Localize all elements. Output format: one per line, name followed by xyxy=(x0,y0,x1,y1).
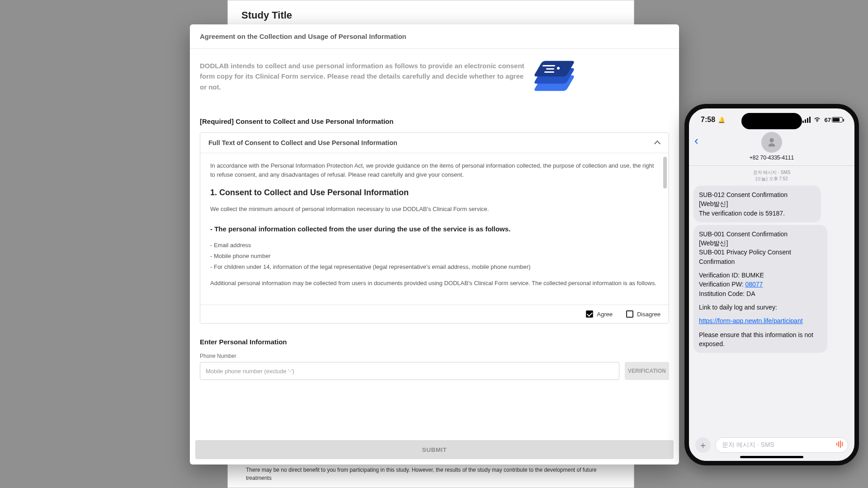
list-item: - Mobile phone number xyxy=(210,252,659,261)
consent-modal: Agreement on the Collection and Usage of… xyxy=(190,24,679,465)
voice-memo-icon[interactable] xyxy=(836,440,844,450)
compose-placeholder: 문자 메시지 · SMS xyxy=(722,441,774,449)
accordion-toggle[interactable]: Full Text of Consent to Collect and Use … xyxy=(200,133,669,153)
benefits-text: There may be no direct benefit to you fr… xyxy=(246,466,616,482)
list-item: - Email address xyxy=(210,241,659,250)
phone-mockup: 7:58 🔔 67 ‹ +82 70-4335-4111 문자 메시지 · SM… xyxy=(684,104,859,465)
phone-input[interactable] xyxy=(200,362,619,380)
scrollbar[interactable] xyxy=(663,157,667,301)
svg-rect-0 xyxy=(836,443,837,446)
back-button[interactable]: ‹ xyxy=(694,134,698,148)
svg-rect-1 xyxy=(838,441,839,447)
svg-rect-2 xyxy=(840,441,841,448)
submit-button[interactable]: SUBMIT xyxy=(195,440,674,459)
verification-button[interactable]: VERIFICATION xyxy=(625,362,669,380)
messages-nav: ‹ +82 70-4335-4111 xyxy=(689,131,854,166)
wifi-icon xyxy=(813,116,821,124)
thread-meta: 문자 메시지 · SMS (오늘) 오후 7:52 xyxy=(689,166,854,183)
accordion-footer: Agree Disagree xyxy=(200,305,669,323)
company-logo xyxy=(534,58,572,96)
compose-input[interactable]: 문자 메시지 · SMS xyxy=(715,437,848,453)
compose-row: ＋ 문자 메시지 · SMS xyxy=(689,437,854,453)
intro-text: DODLAB intends to collect and use person… xyxy=(200,61,525,92)
signal-icon xyxy=(802,117,811,123)
modal-body: DODLAB intends to collect and use person… xyxy=(190,49,679,436)
compose-plus-button[interactable]: ＋ xyxy=(695,437,711,453)
battery-icon: 67 xyxy=(824,117,843,123)
home-indicator[interactable] xyxy=(740,456,803,458)
disagree-label: Disagree xyxy=(637,311,660,318)
consent-section-heading: 1. Consent to Collect and Use Personal I… xyxy=(210,187,659,199)
bell-icon: 🔔 xyxy=(718,117,725,123)
page-title: Study Title xyxy=(241,9,620,21)
checkbox-checked-icon xyxy=(586,310,593,318)
consent-extra-paragraph: Additional personal information may be c… xyxy=(210,279,659,288)
sms-bubble-1[interactable]: SUB-012 Consent Confirmation [Web발신] The… xyxy=(693,186,821,222)
survey-link[interactable]: https://form-app.newtn.life/participant xyxy=(699,317,803,324)
agree-label: Agree xyxy=(597,311,613,318)
collected-items-heading: - The personal information collected fro… xyxy=(210,224,659,234)
disagree-checkbox[interactable]: Disagree xyxy=(626,310,660,318)
svg-rect-3 xyxy=(842,442,843,446)
modal-title: Agreement on the Collection and Usage of… xyxy=(200,33,669,40)
enter-info-title: Enter Personal Information xyxy=(200,338,669,346)
enter-personal-info-section: Enter Personal Information Phone Number … xyxy=(200,338,669,380)
required-consent-title: [Required] Consent to Collect and Use Pe… xyxy=(200,117,669,125)
list-item: - For children under 14, information of … xyxy=(210,263,659,272)
checkbox-empty-icon xyxy=(626,310,633,318)
sms-bubble-2[interactable]: SUB-001 Consent Confirmation [Web발신] SUB… xyxy=(693,225,827,353)
phone-field-label: Phone Number xyxy=(200,353,669,359)
accordion-body[interactable]: In accordance with the Personal Informat… xyxy=(200,153,669,305)
chevron-up-icon xyxy=(654,140,660,146)
consent-accordion: Full Text of Consent to Collect and Use … xyxy=(200,132,669,324)
modal-header: Agreement on the Collection and Usage of… xyxy=(190,24,679,49)
modal-footer: SUBMIT xyxy=(190,436,679,465)
avatar[interactable] xyxy=(761,132,782,153)
sender-number[interactable]: +82 70-4335-4111 xyxy=(689,155,854,161)
accordion-title: Full Text of Consent to Collect and Use … xyxy=(208,139,397,146)
agree-checkbox[interactable]: Agree xyxy=(586,310,613,318)
consent-section-sub: We collect the minimum amount of persona… xyxy=(210,205,659,214)
status-time: 7:58 xyxy=(701,116,715,124)
phone-notch xyxy=(741,113,802,129)
consent-intro-paragraph: In accordance with the Personal Informat… xyxy=(210,161,659,179)
verification-pw-link[interactable]: 08077 xyxy=(745,281,763,288)
